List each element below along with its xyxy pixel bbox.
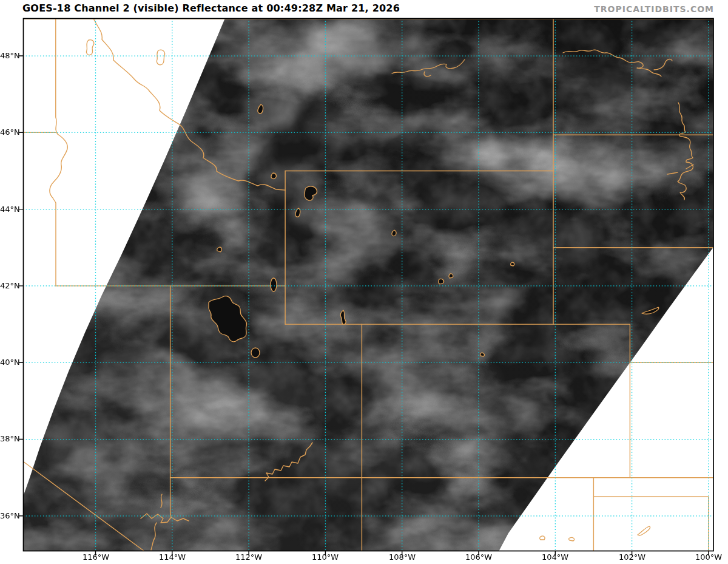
plot-area	[0, 18, 716, 551]
lat-tick-label: 38°N	[0, 434, 18, 444]
wa-id-or-border	[50, 19, 67, 286]
conchas-lake	[540, 536, 545, 540]
lon-tick-label: 102°W	[613, 552, 652, 562]
american-falls-reservoir	[217, 247, 222, 252]
lat-tick-label: 44°N	[0, 205, 18, 214]
lon-tick-label: 116°W	[76, 552, 115, 562]
lon-tick-label: 100°W	[689, 552, 728, 562]
seminoe-reservoir	[449, 274, 453, 278]
flathead-lake	[157, 50, 164, 65]
satellite-swath	[0, 18, 716, 551]
tropicaltidbits-watermark: TROPICALTIDBITS.COM	[594, 4, 714, 14]
lake-meredith	[638, 526, 650, 535]
lon-tick-label: 110°W	[306, 552, 345, 562]
lon-tick-label: 104°W	[536, 552, 575, 562]
lon-tick-label: 114°W	[153, 552, 192, 562]
lat-tick-label: 42°N	[0, 281, 18, 291]
lat-tick-label: 48°N	[0, 51, 18, 61]
satellite-map-page: GOES-18 Channel 2 (visible) Reflectance …	[0, 0, 728, 564]
lat-tick-label: 46°N	[0, 127, 18, 137]
lon-tick-label: 108°W	[383, 552, 422, 562]
bear-lake	[271, 278, 277, 291]
page-title: GOES-18 Channel 2 (visible) Reflectance …	[22, 2, 400, 14]
lat-tick-label: 40°N	[0, 358, 18, 367]
lon-tick-label: 112°W	[229, 552, 268, 562]
lat-tick-label: 36°N	[0, 511, 18, 521]
pathfinder-reservoir	[439, 279, 444, 284]
lake-granby	[480, 353, 485, 356]
ute-reservoir	[569, 537, 575, 541]
glendo-reservoir	[511, 262, 514, 266]
lake-pend-oreille	[87, 40, 94, 55]
cloud-texture	[0, 18, 716, 551]
satellite-map-canvas	[0, 0, 728, 564]
hebgen-lake	[271, 173, 277, 178]
utah-lake	[251, 348, 260, 358]
lon-tick-label: 106°W	[459, 552, 498, 562]
